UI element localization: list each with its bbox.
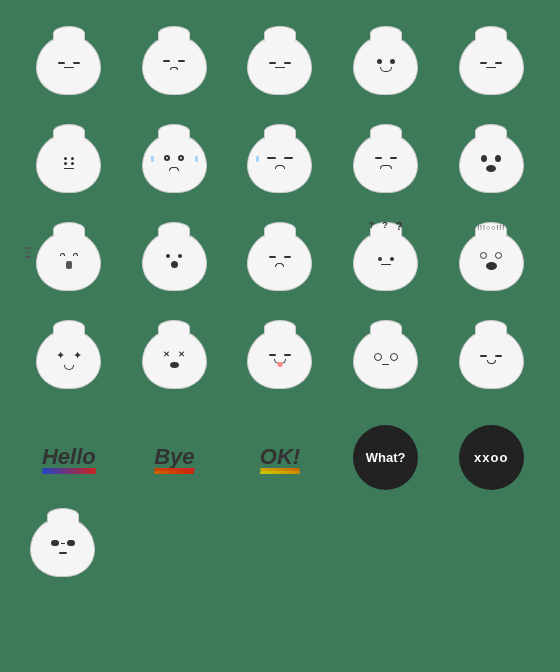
sticker-sad-cry[interactable] xyxy=(126,118,224,208)
sticker-calm[interactable] xyxy=(442,20,540,110)
sticker-sparkle-eyes[interactable]: ✦ ✦ xyxy=(20,314,118,404)
sticker-slight-frown[interactable] xyxy=(126,20,224,110)
sticker-sleepy-lines[interactable] xyxy=(20,216,118,306)
sticker-ok[interactable]: OK! xyxy=(231,412,329,502)
sticker-wide-eyes[interactable] xyxy=(337,314,435,404)
sticker-shocked-open[interactable]: !!!○○!!! xyxy=(442,216,540,306)
sticker-cry-tear[interactable] xyxy=(231,118,329,208)
sticker-xxoo-bubble[interactable]: xxoo xyxy=(442,412,540,502)
sticker-sunglasses-bun[interactable] xyxy=(30,502,95,592)
sticker-dot-eyes[interactable] xyxy=(20,118,118,208)
sticker-content[interactable] xyxy=(442,314,540,404)
last-row xyxy=(20,502,540,592)
sticker-bye[interactable]: Bye xyxy=(126,412,224,502)
sticker-hello[interactable]: Hello xyxy=(20,412,118,502)
sticker-neutral[interactable] xyxy=(20,20,118,110)
sticker-surprised-mouth[interactable] xyxy=(126,216,224,306)
sticker-happy[interactable] xyxy=(337,20,435,110)
xxoo-text: xxoo xyxy=(474,450,508,465)
sticker-displeased[interactable] xyxy=(337,118,435,208)
sticker-skeptical[interactable] xyxy=(231,216,329,306)
sticker-confused-question[interactable]: ??? xyxy=(337,216,435,306)
sticker-tongue-out[interactable] xyxy=(231,314,329,404)
sticker-what-bubble[interactable]: What? xyxy=(337,412,435,502)
sticker-grid: ??? !!!○○!!! xyxy=(20,20,540,502)
sticker-scared[interactable] xyxy=(442,118,540,208)
sticker-flat-eyes[interactable] xyxy=(231,20,329,110)
sticker-x-eyes[interactable]: ✕ ✕ xyxy=(126,314,224,404)
what-text: What? xyxy=(366,450,406,465)
